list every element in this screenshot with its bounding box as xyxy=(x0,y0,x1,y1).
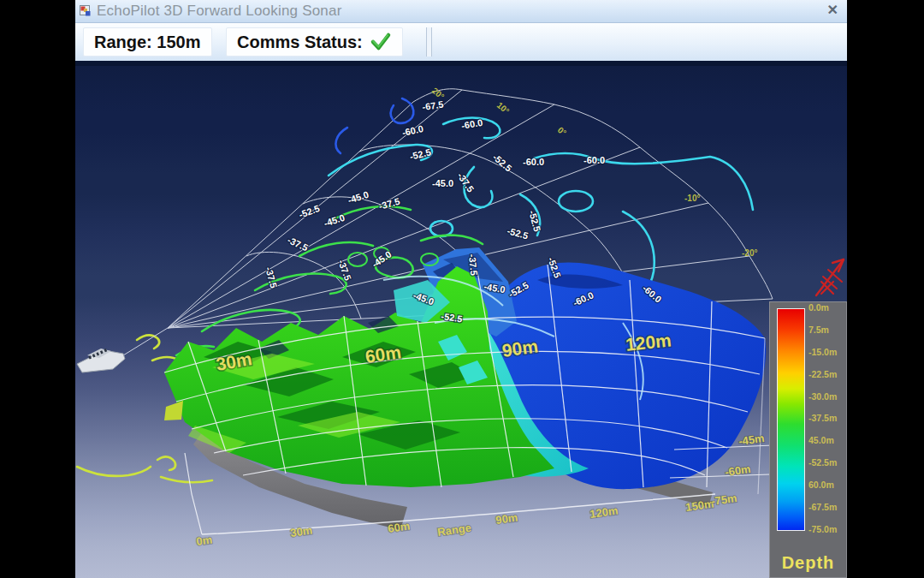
comms-status[interactable]: Comms Status: xyxy=(226,27,403,57)
boat-icon xyxy=(77,328,168,372)
angle-label: 0° xyxy=(556,125,568,138)
contour-label: -45.0 xyxy=(323,212,346,229)
legend-tick: -22.5m xyxy=(808,370,847,379)
close-icon[interactable]: ✕ xyxy=(827,2,838,18)
app-window: EchoPilot 3D Forward Looking Sonar ✕ Ran… xyxy=(75,0,847,578)
legend-tick: 60.0m xyxy=(808,480,847,490)
contour-label: -52.5 xyxy=(527,209,542,232)
legend-tick: -15.0m xyxy=(808,348,847,357)
contour-label: -67.5 xyxy=(422,99,445,112)
depth-axis-label: -75m xyxy=(710,492,737,508)
angle-label: -10° xyxy=(684,194,700,203)
sonar-viewport[interactable]: 20°10°0°-10°-20° -67.5-60.0-60.0-52.5-52… xyxy=(75,66,847,578)
legend-colorbar xyxy=(777,308,805,531)
title-bar[interactable]: EchoPilot 3D Forward Looking Sonar ✕ xyxy=(75,0,847,23)
legend-tick: -67.5m xyxy=(808,503,847,512)
legend-tick: -30.0m xyxy=(808,392,847,402)
legend-tick: -75.0m xyxy=(808,525,847,534)
green-checkmark-icon xyxy=(370,32,392,52)
sonar-scene: 20°10°0°-10°-20° -67.5-60.0-60.0-52.5-52… xyxy=(75,66,847,578)
window-title: EchoPilot 3D Forward Looking Sonar xyxy=(97,3,342,20)
floor-axis-label: 30m xyxy=(289,523,313,539)
comms-label: Comms Status: xyxy=(237,33,363,52)
contour-label: -37.5 xyxy=(455,170,476,194)
contour-label: -52.5 xyxy=(506,225,529,241)
toolbar: Range: 150m Comms Status: xyxy=(75,23,847,61)
contour-label: -37.5 xyxy=(377,196,400,212)
contour-label: -60.0 xyxy=(401,123,424,138)
legend-tick: -37.5m xyxy=(808,414,847,423)
depth-axis-label: -60m xyxy=(724,462,751,479)
contour-label: -45.0 xyxy=(432,178,453,188)
legend-tick: 7.5m xyxy=(808,325,847,335)
floor-axis-label: 60m xyxy=(387,519,411,534)
legend-tick: 0.0m xyxy=(808,303,847,313)
floor-axis-label: 90m xyxy=(495,510,518,526)
contour-label: -60.0 xyxy=(523,157,544,167)
floor-axis-label: 120m xyxy=(589,504,619,520)
range-display[interactable]: Range: 150m xyxy=(83,27,212,57)
toolbar-separator xyxy=(426,27,432,57)
winforms-app-icon xyxy=(80,5,92,17)
range-label: Range: 150m xyxy=(94,33,201,52)
floor-axis-label: 0m xyxy=(195,533,213,548)
heading-arrow-icon xyxy=(816,259,844,295)
angle-label: 10° xyxy=(495,100,512,116)
floor-axis-label: Range xyxy=(436,521,471,539)
legend-title: Depth xyxy=(770,553,846,573)
contour-label: -60.0 xyxy=(583,155,605,165)
angle-label: -20° xyxy=(742,248,757,258)
legend-tick: 45.0m xyxy=(808,436,847,445)
contour-label: -37.5 xyxy=(286,235,310,253)
screen: EchoPilot 3D Forward Looking Sonar ✕ Ran… xyxy=(0,0,924,578)
contour-label: -37.5 xyxy=(467,253,479,276)
legend-ticks: 0.0m7.5m-15.0m-22.5m-30.0m-37.5m45.0m-52… xyxy=(808,303,847,534)
depth-legend: 0.0m7.5m-15.0m-22.5m-30.0m-37.5m45.0m-52… xyxy=(769,301,847,578)
legend-tick: -52.5m xyxy=(808,458,847,468)
contour-label: -45.0 xyxy=(346,189,370,206)
